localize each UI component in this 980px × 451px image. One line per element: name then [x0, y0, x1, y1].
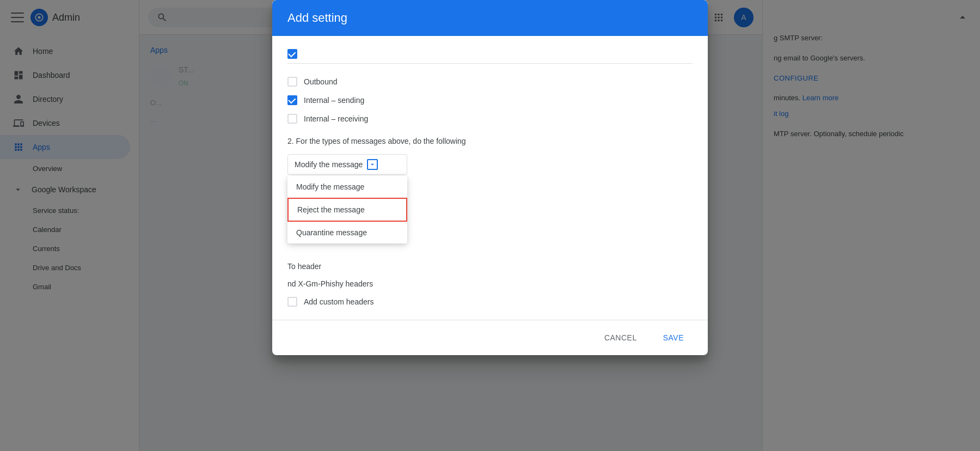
checkbox-label-outbound: Outbound: [304, 77, 338, 86]
add-custom-headers-label: Add custom headers: [304, 297, 373, 306]
checkbox-item-checked-top[interactable]: [287, 49, 693, 64]
dialog-title: Add setting: [287, 11, 693, 25]
dropdown-item-reject[interactable]: Reject the message: [287, 198, 407, 222]
checkbox-checked-top[interactable]: [287, 49, 297, 59]
xgm-text: nd X-Gm-Phishy headers: [287, 279, 373, 288]
checkbox-outbound[interactable]: [287, 77, 297, 87]
to-header-row: To header: [287, 262, 693, 271]
select-display[interactable]: Modify the message: [287, 154, 407, 175]
dialog-body: Outbound Internal – sending Internal – r…: [272, 36, 708, 320]
modal-overlay: Add setting Outbound Internal – sending: [0, 0, 980, 451]
checkbox-custom-headers[interactable]: [287, 297, 297, 307]
dialog-header: Add setting: [272, 0, 708, 36]
checkbox-group: Outbound Internal – sending Internal – r…: [287, 49, 693, 124]
dropdown-menu: Modify the message Reject the message Qu…: [287, 176, 407, 243]
checkbox-label-internal-receiving: Internal – receiving: [304, 114, 368, 123]
cancel-button[interactable]: CANCEL: [596, 329, 646, 346]
select-current-value: Modify the message: [295, 160, 363, 169]
checkbox-label-internal-sending: Internal – sending: [304, 96, 364, 105]
add-custom-headers-row[interactable]: Add custom headers: [287, 297, 693, 307]
section2-header: 2. For the types of messages above, do t…: [287, 137, 693, 145]
save-button[interactable]: SAVE: [654, 329, 693, 346]
add-setting-dialog: Add setting Outbound Internal – sending: [272, 0, 708, 355]
fields-section: To header nd X-Gm-Phishy headers Add cus…: [287, 262, 693, 307]
dropdown-label-reject: Reject the message: [297, 205, 365, 214]
dropdown-item-modify[interactable]: Modify the message: [287, 176, 407, 198]
checkbox-item-internal-receiving[interactable]: Internal – receiving: [287, 114, 693, 124]
checkbox-internal-receiving[interactable]: [287, 114, 297, 124]
dropdown-label-modify: Modify the message: [296, 182, 364, 191]
checkbox-item-internal-sending[interactable]: Internal – sending: [287, 95, 693, 105]
dialog-footer: CANCEL SAVE: [272, 320, 708, 355]
dropdown-item-quarantine[interactable]: Quarantine message: [287, 222, 407, 243]
checkbox-internal-sending[interactable]: [287, 95, 297, 105]
checkbox-item-outbound[interactable]: Outbound: [287, 77, 693, 87]
dropdown-label-quarantine: Quarantine message: [296, 228, 367, 237]
xgm-row: nd X-Gm-Phishy headers: [287, 279, 693, 288]
chevron-down-small-icon: [369, 161, 376, 168]
to-header-text: To header: [287, 262, 321, 271]
dropdown-arrow-icon[interactable]: [367, 159, 378, 170]
message-action-select[interactable]: Modify the message Modify the message Re…: [287, 154, 407, 175]
